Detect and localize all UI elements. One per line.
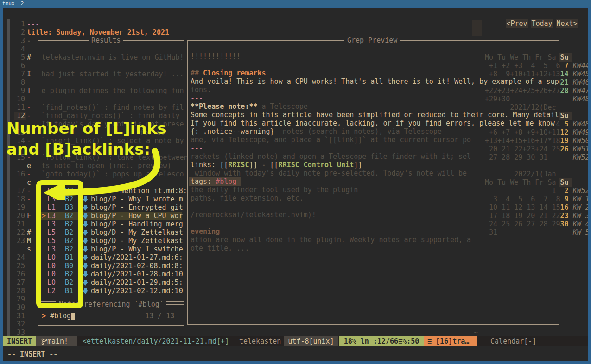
calendar-next-button[interactable]: Next> xyxy=(556,19,578,28)
calendar-week-days[interactable]: 31 xyxy=(485,228,497,237)
calendar-month-header: 2022/1(Jan xyxy=(485,170,556,178)
calendar-window-status: __Calendar[-] xyxy=(477,336,588,346)
mode-indicator: INSERT xyxy=(3,336,36,346)
preview-text: the daily finder tool used by the plugin xyxy=(191,186,358,194)
calendar-week-days[interactable]: +13+14+15+16+17*18 xyxy=(485,137,560,145)
preview-text: rackets (linked note) and open a Telesco… xyxy=(191,152,471,161)
line-number: 31 xyxy=(14,312,25,320)
result-label: blog/P - How a CPU wor xyxy=(91,212,183,220)
calendar-week-number: KW45 xyxy=(573,70,588,78)
results-panel-title: Results xyxy=(89,36,123,44)
grep-preview-title: Grep Preview xyxy=(344,36,400,44)
result-label: blog/P - Handling merg xyxy=(91,220,183,229)
line-number: 5 xyxy=(14,53,25,62)
calendar-week-days[interactable]: 27 28 29 30 31 xyxy=(485,153,547,162)
statusline: INSERT main! <ettelkasten/daily/2021-11-… xyxy=(3,336,588,346)
calendar-sunday-day[interactable]: 23 xyxy=(560,212,569,220)
buffer-text: title: Sunday, November 21st, 2021 xyxy=(27,28,169,37)
calendar-week-number: KW44 xyxy=(573,62,588,70)
preview-text: ame, via Telescope, and place a `[[link]… xyxy=(191,136,471,144)
filename[interactable]: <ettelkasten/daily/2021-11-21.md[+] xyxy=(79,336,235,346)
calendar-sunday-day[interactable]: 9 xyxy=(560,195,569,203)
calendar-week-days[interactable]: +6 +7 +8 +9+10+11 xyxy=(485,128,560,137)
calendar-week-number: KW52 xyxy=(573,153,588,162)
line-number: 25 xyxy=(14,262,25,270)
calendar-sunday-day[interactable]: 21 xyxy=(560,78,569,87)
calendar-week-days[interactable]: +22+23+24+25+26+27 xyxy=(485,87,560,95)
preview-text: evening xyxy=(191,227,220,236)
line-number: 11 xyxy=(14,103,25,112)
line-number: 18 xyxy=(14,195,25,203)
buffer-text: # xyxy=(27,53,31,62)
calendar-sunday-day[interactable]: 12 xyxy=(560,128,569,137)
line-number: 30 xyxy=(14,303,25,312)
calendar-week-number: KW48 xyxy=(573,95,588,103)
calendar-week-days[interactable]: 17 18 19 20 21 22 xyxy=(485,212,560,220)
calendar-sunday-day[interactable]: 28 xyxy=(560,87,569,95)
scrollbar xyxy=(7,19,10,343)
calendar-prev-button[interactable]: <Prev xyxy=(506,19,528,28)
calendar-sunday-day[interactable]: 2 xyxy=(560,187,569,195)
calendar-week-days[interactable]: 10 11 12 13 14 15 xyxy=(485,203,560,212)
line-number: 21 xyxy=(14,220,25,228)
calendar-sunday-day[interactable]: 16 xyxy=(560,203,569,212)
calendar-week-days[interactable]: 20 21 22+23+24 25 xyxy=(485,145,560,153)
encoding-segment: utf-8[unix] xyxy=(284,336,338,346)
git-branch-icon xyxy=(41,338,47,345)
calendar-sunday-day[interactable]: 7 xyxy=(560,62,569,70)
preview-text: tags: xyxy=(191,177,216,186)
tab-segment[interactable]: ≡ [16]tra… xyxy=(424,336,477,346)
preview-text: Some concepts in this article have been … xyxy=(191,111,559,119)
calendar-sunday-day[interactable]: 26 xyxy=(560,145,569,153)
calendar-sunday-day[interactable]: 5 xyxy=(560,120,569,128)
calendar-sunday-day[interactable]: 19 xyxy=(560,137,569,145)
line-number: 9 xyxy=(14,87,25,95)
line-number: 10 xyxy=(14,95,25,103)
preview-text: --- xyxy=(191,94,203,102)
text-cursor xyxy=(71,313,75,320)
calendar-week-days[interactable]: +29+30 xyxy=(485,95,510,103)
tmux-title-bar: tmux -2 xyxy=(0,0,591,7)
calendar-today-button[interactable]: Today xyxy=(531,19,553,28)
calendar-week-number: KW50 xyxy=(573,137,588,145)
calendar-week-days[interactable]: 3 4 5 6 7 8 xyxy=(485,195,560,203)
preview-text: paths, file extension, etc. xyxy=(191,194,304,202)
buffer-text: - xyxy=(27,103,31,112)
buffer-text: ~ xyxy=(474,328,478,337)
terminal-window: tmux -2 <Prev Today Next> Results Grep P… xyxy=(0,0,591,364)
calendar-week-number: KW 4 xyxy=(573,220,588,228)
buffer-text: --- xyxy=(27,20,39,28)
preview-text: {: .notice--warning} xyxy=(191,127,274,136)
calendar-week-number: KW 5 xyxy=(573,228,588,237)
preview-text: ions. xyxy=(191,86,211,94)
result-label: daily/2021-01-27.md:6: xyxy=(91,253,183,262)
line-number: 29 xyxy=(14,295,25,303)
line-number: 33 xyxy=(14,328,25,337)
result-label: daily/2021-02-12.md:10 xyxy=(91,287,183,295)
line-number: 22 xyxy=(14,228,25,237)
calendar-week-number: KW 2 xyxy=(573,203,588,212)
buffer-text: `find_notes()` : find notes by fil xyxy=(42,103,184,112)
result-counter: 13 / 13 xyxy=(145,312,174,320)
tmux-title: tmux -2 xyxy=(2,0,24,6)
buffer-text: had just started it yesterday! ... xyxy=(42,70,184,78)
buffer-text: e plugin defines the following fun xyxy=(42,87,184,95)
neovim-screen: <Prev Today Next> Results Grep Preview N… xyxy=(3,8,588,361)
preview-text: window with today's daily note pre-selec… xyxy=(191,169,467,177)
calendar-week-days[interactable]: 24 25 26 27 28 29 xyxy=(485,220,560,228)
preview-text: And voila! This is how a CPU works! That… xyxy=(191,77,559,86)
calendar-week-days[interactable]: 1 xyxy=(485,187,556,195)
line-number: 17 xyxy=(14,187,25,195)
calendar-sunday-day[interactable]: 14 xyxy=(560,70,569,78)
preview-text: ation are now all done in the plugin. We… xyxy=(191,236,471,244)
annotation-arrow xyxy=(31,144,170,200)
preview-text: a Telescope xyxy=(262,102,308,111)
calendar-week-days[interactable]: +1 +2 +3 4 5 6 xyxy=(485,62,560,70)
line-number: 4 xyxy=(14,45,25,53)
buffer-text: F xyxy=(27,212,31,220)
line-number: 23 xyxy=(14,237,25,245)
preview-text: /renerocksai/telekasten.nvim xyxy=(191,211,308,219)
result-label: daily/2021-01-28.md:10 xyxy=(91,270,183,279)
calendar-sunday-day[interactable]: 30 xyxy=(560,220,569,228)
prompt-input[interactable]: #blog xyxy=(50,312,71,320)
